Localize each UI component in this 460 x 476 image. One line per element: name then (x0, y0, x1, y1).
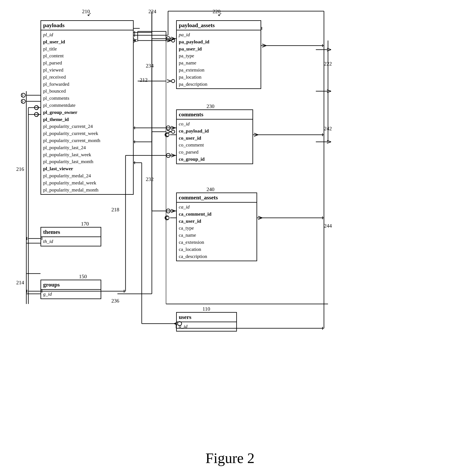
field-pl_popularity_last_month: pl_popularity_last_month (43, 158, 131, 165)
field-pl_id: pl_id (43, 31, 131, 38)
comments-header: comments (177, 110, 253, 119)
entity-comments: comments co_id co_payload_id co_user_id … (176, 110, 253, 164)
svg-line-19 (167, 132, 171, 133)
entity-payloads: payloads pl_id pl_user_id pl_title pl_co… (41, 20, 134, 195)
svg-line-68 (171, 209, 175, 211)
payload-assets-fields: pa_id pa_payload_id pa_user_id pa_type p… (177, 30, 261, 88)
svg-point-103 (34, 106, 39, 110)
svg-line-58 (171, 128, 175, 129)
label-212: 212 (140, 77, 148, 83)
field-co_payload_id: co_payload_id (179, 128, 250, 135)
svg-line-76 (165, 218, 168, 220)
field-pl_user_id: pl_user_id (43, 38, 131, 45)
comment-assets-fields: ca_id ca_comment_id ca_user_id ca_type c… (177, 203, 256, 261)
svg-point-54 (166, 37, 170, 41)
field-co_comment: co_comment (179, 141, 250, 149)
field-pl_viewed: pl_viewed (43, 67, 131, 74)
groups-fields: g_id (41, 290, 101, 298)
field-pl_title: pl_title (43, 45, 131, 52)
users-fields: u_id (177, 322, 236, 331)
label-230: 230 (206, 103, 214, 110)
svg-line-24 (327, 50, 331, 51)
field-th_id: th_id (43, 238, 99, 245)
field-pl_commentdate: pl_commentdate (43, 102, 131, 109)
comments-fields: co_id co_payload_id co_user_id co_commen… (177, 119, 253, 163)
users-header: users (177, 313, 236, 322)
svg-line-88 (258, 218, 262, 220)
field-pa_name: pa_name (179, 59, 259, 67)
svg-line-36 (21, 95, 23, 97)
label-224: 224 (148, 8, 156, 15)
svg-line-105 (37, 108, 39, 109)
svg-line-69 (171, 211, 175, 212)
field-co_group_id: co_group_id (179, 156, 250, 163)
svg-line-104 (37, 106, 39, 108)
svg-line-6 (134, 41, 137, 42)
field-ca_comment_id: ca_comment_id (179, 211, 255, 218)
label-240: 240 (206, 187, 214, 193)
field-ca_user_id: ca_user_id (179, 218, 255, 225)
field-pl_comments: pl_comments (43, 95, 131, 102)
field-pl_popularity_medal_week: pl_popularity_medal_week (43, 179, 131, 187)
field-pl_content: pl_content (43, 52, 131, 59)
svg-line-118 (171, 155, 175, 157)
label-arrow-210: ↙ (87, 11, 91, 17)
svg-line-52 (171, 37, 175, 39)
themes-header: themes (41, 228, 101, 237)
field-pa_location: pa_location (179, 74, 259, 81)
field-pa_payload_id: pa_payload_id (179, 38, 259, 45)
svg-line-64 (165, 133, 168, 135)
svg-line-39 (21, 101, 23, 103)
field-co_user_id: co_user_id (179, 135, 250, 142)
svg-point-70 (166, 209, 170, 213)
field-pl_popularity_current_24: pl_popularity_current_24 (43, 123, 131, 130)
field-pl_popularity_medal_24: pl_popularity_medal_24 (43, 172, 131, 179)
field-pl_popularity_current_week: pl_popularity_current_week (43, 130, 131, 137)
field-pl_theme_id: pl_theme_id (43, 116, 131, 123)
svg-line-79 (262, 44, 266, 46)
field-ca_name: ca_name (179, 232, 255, 239)
field-pl_group_owner: pl_group_owner (43, 109, 131, 116)
svg-line-38 (21, 100, 23, 101)
label-242: 242 (324, 126, 332, 132)
svg-line-108 (37, 114, 39, 116)
comment-assets-header: comment_assets (177, 193, 256, 203)
label-232: 232 (146, 176, 154, 182)
payloads-fields: pl_id pl_user_id pl_title pl_content pl_… (41, 30, 133, 194)
field-pl_popularity_current_month: pl_popularity_current_month (43, 137, 131, 144)
field-ca_type: ca_type (179, 225, 255, 232)
label-170: 170 (81, 221, 89, 227)
field-pl_parsed: pl_parsed (43, 59, 131, 67)
label-150: 150 (79, 273, 87, 280)
svg-point-37 (21, 99, 25, 103)
svg-point-119 (166, 153, 170, 157)
entity-comment-assets: comment_assets ca_id ca_comment_id ca_us… (176, 193, 257, 261)
field-pl_forwarded: pl_forwarded (43, 81, 131, 88)
field-ca_location: ca_location (179, 246, 255, 253)
svg-line-117 (171, 154, 175, 155)
payloads-header: payloads (41, 21, 133, 30)
svg-line-80 (262, 46, 266, 47)
entity-themes: themes th_id (41, 227, 101, 246)
label-236: 236 (111, 298, 119, 304)
svg-line-10 (167, 41, 171, 42)
svg-line-75 (165, 216, 168, 218)
field-pl_bounced: pl_bounced (43, 87, 131, 95)
label-110: 110 (203, 306, 210, 312)
svg-point-59 (166, 126, 170, 130)
svg-point-20 (172, 130, 175, 133)
entity-users: users u_id (176, 312, 237, 332)
groups-header: groups (41, 280, 101, 290)
svg-line-15 (167, 81, 171, 83)
svg-line-107 (37, 113, 39, 114)
field-ca_extension: ca_extension (179, 239, 255, 246)
field-u_id: u_id (179, 323, 234, 330)
entity-groups: groups g_id (41, 280, 101, 299)
svg-point-11 (172, 39, 175, 42)
field-pl_popularity_last_24: pl_popularity_last_24 (43, 144, 131, 151)
svg-line-9 (167, 39, 171, 41)
svg-point-63 (165, 133, 169, 137)
erd-diagram: payloads pl_id pl_user_id pl_title pl_co… (0, 0, 460, 446)
label-234: 234 (146, 63, 154, 69)
svg-point-106 (34, 112, 39, 117)
